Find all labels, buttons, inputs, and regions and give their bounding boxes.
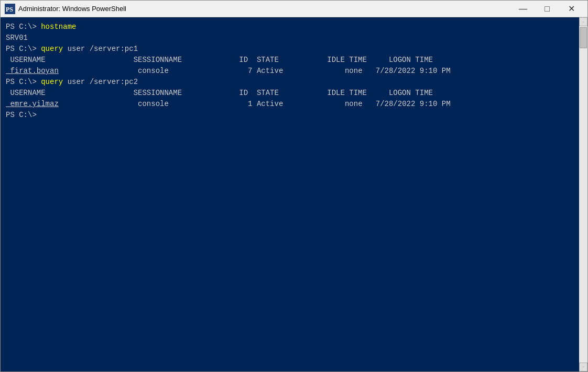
session-value: console: [59, 100, 169, 108]
prompt: PS C:\>: [6, 78, 41, 86]
terminal-line: PS C:\> query user /server:pc1: [6, 44, 582, 55]
username-value: firat.boyan: [6, 67, 59, 75]
logon-value: 7/28/2022 9:10 PM: [363, 100, 451, 108]
column-header: USERNAME SESSIONNAME ID STATE IDLE TIME …: [6, 89, 433, 97]
terminal-line: PS C:\> query user /server:pc2: [6, 77, 582, 88]
terminal-line: USERNAME SESSIONNAME ID STATE IDLE TIME …: [6, 55, 582, 66]
logon-value: 7/28/2022 9:10 PM: [363, 67, 451, 75]
window-title: Administrator: Windows PowerShell: [18, 5, 511, 13]
command-keyword: hostname: [41, 23, 76, 31]
title-bar: PS Administrator: Windows PowerShell — □…: [1, 1, 587, 17]
terminal-line: PS C:\> hostname: [6, 22, 582, 33]
id-value: 1: [169, 100, 253, 108]
command-args: user /server:pc2: [63, 78, 138, 86]
terminal-line: USERNAME SESSIONNAME ID STATE IDLE TIME …: [6, 88, 582, 99]
prompt: PS C:\>: [6, 23, 41, 31]
terminal-line: emre.yilmaz console 1 Active none 7/28/2…: [6, 99, 582, 110]
close-button[interactable]: ✕: [559, 1, 583, 17]
maximize-button[interactable]: □: [535, 1, 559, 17]
state-value: Active: [253, 100, 284, 108]
output-text: SRV01: [6, 34, 28, 42]
state-value: Active: [253, 67, 284, 75]
command-keyword: query: [41, 45, 63, 53]
terminal-line: SRV01: [6, 33, 582, 44]
prompt: PS C:\>: [6, 111, 41, 119]
window-controls: — □ ✕: [511, 1, 583, 17]
command-args: user /server:pc1: [63, 45, 138, 53]
column-header: USERNAME SESSIONNAME ID STATE IDLE TIME …: [6, 56, 433, 64]
command-keyword: query: [41, 78, 63, 86]
minimize-button[interactable]: —: [511, 1, 535, 17]
scroll-down-arrow[interactable]: ▼: [579, 363, 587, 371]
app-icon: PS: [5, 4, 15, 14]
scrollbar-thumb[interactable]: [580, 27, 587, 48]
scrollbar-track[interactable]: [579, 26, 587, 363]
id-value: 7: [169, 67, 253, 75]
session-value: console: [59, 67, 169, 75]
terminal-line: firat.boyan console 7 Active none 7/28/2…: [6, 66, 582, 77]
scroll-up-arrow[interactable]: ▲: [579, 17, 587, 26]
scrollbar[interactable]: ▲ ▼: [579, 17, 587, 371]
svg-text:PS: PS: [6, 6, 13, 13]
username-value: emre.yilmaz: [6, 100, 59, 108]
idle-value: none: [283, 67, 362, 75]
powershell-window: PS Administrator: Windows PowerShell — □…: [0, 0, 588, 372]
idle-value: none: [283, 100, 362, 108]
prompt: PS C:\>: [6, 45, 41, 53]
terminal-body[interactable]: PS C:\> hostname SRV01 PS C:\> query use…: [1, 17, 587, 371]
terminal-line: PS C:\>: [6, 110, 582, 121]
